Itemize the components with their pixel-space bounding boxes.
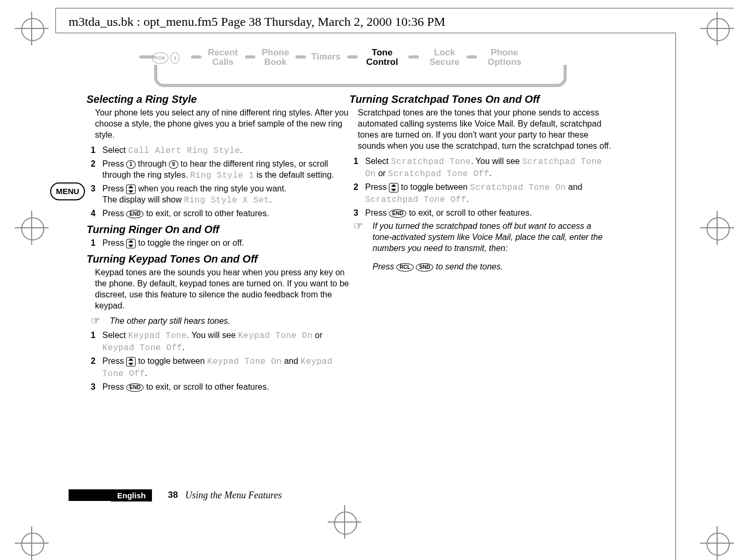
text: Press	[102, 356, 126, 365]
crop-mark-icon	[15, 12, 49, 45]
para-keypad: Keypad tones are the sounds you hear whe…	[95, 267, 349, 311]
note-text: The other party still hears tones.	[110, 315, 349, 326]
text: to toggle between	[398, 182, 470, 191]
note-keypad: ☞ The other party still hears tones.	[91, 315, 349, 326]
end-key-icon: END	[389, 209, 406, 218]
text: Press	[365, 182, 389, 191]
text: through	[136, 159, 169, 168]
frame-line	[55, 33, 675, 33]
footer-black-bar	[69, 489, 111, 501]
step-rs-1: 1 Select Call Alert Ring Style.	[91, 144, 349, 157]
nav-tone-control: ToneControl	[366, 48, 398, 67]
text: . You will see	[187, 331, 238, 340]
crop-mark-icon	[15, 211, 49, 245]
step-rs-2: 2 Press 1 through 9 to hear the differen…	[91, 158, 349, 181]
page-footer: English 38 Using the Menu Features	[69, 488, 282, 502]
heading-ringer: Turning Ringer On and Off	[87, 224, 349, 235]
step-kp-1: 1 Select Keypad Tone. You will see Keypa…	[91, 330, 349, 354]
note-hand-icon: ☞	[354, 220, 373, 254]
key-9-icon: 9	[169, 160, 178, 169]
scroll-key-icon	[126, 239, 136, 248]
para-ring-style: Your phone lets you select any of nine d…	[95, 107, 349, 140]
crop-mark-icon	[328, 505, 361, 539]
end-key-icon: END	[126, 210, 144, 218]
lcd-text: Scratchpad Tone	[391, 157, 471, 167]
heading-scratchpad: Turning Scratchpad Tones On and Off	[349, 94, 612, 105]
menu-badge: MENU	[50, 182, 85, 200]
crop-mark-icon	[700, 12, 734, 45]
step-kp-3: 3 Press END to exit, or scroll to other …	[91, 381, 349, 392]
text: Press	[373, 262, 396, 271]
step-sp-3: 3 Press END to exit, or scroll to other …	[354, 207, 612, 218]
frame-line	[675, 33, 676, 560]
text: to exit, or scroll to other features.	[144, 209, 269, 218]
text: Select	[102, 146, 128, 155]
text: .	[269, 195, 271, 204]
lcd-text: Keypad Tone Off	[102, 343, 183, 353]
text: .	[466, 195, 469, 204]
text: and	[282, 356, 301, 365]
crop-mark-icon	[15, 526, 49, 560]
crop-mark-icon	[700, 211, 734, 245]
text: is the default setting.	[254, 170, 334, 179]
running-header: m3tda_us.bk : opt_menu.fm5 Page 38 Thurs…	[69, 15, 445, 29]
nav-loop-icon	[154, 71, 567, 87]
text: Press	[102, 209, 126, 218]
text: . You will see	[471, 157, 522, 166]
text: to toggle the ringer on or off.	[136, 238, 244, 247]
note-hand-icon: ☞	[91, 315, 110, 326]
nav-fcn-key: FCN 1	[152, 52, 179, 64]
key-1-icon: 1	[170, 52, 179, 64]
text: Press	[102, 159, 126, 168]
note-text: If you turned the scratchpad tones off b…	[373, 220, 612, 254]
note-scratchpad-2: Press RCL SND to send the tones.	[354, 261, 612, 272]
text: .	[145, 369, 147, 378]
scroll-key-icon	[389, 183, 398, 192]
text: Press	[365, 208, 389, 217]
nav-recent-calls: RecentCalls	[208, 48, 238, 67]
footer-chapter: Using the Menu Features	[185, 490, 282, 501]
text: .	[489, 169, 491, 178]
footer-page-number: 38	[168, 490, 178, 500]
text: Press	[102, 184, 126, 193]
rcl-key-icon: RCL	[396, 263, 414, 272]
text: Select	[102, 331, 128, 340]
scroll-key-icon	[126, 185, 136, 194]
frame-line	[55, 8, 56, 33]
text: when you reach the ring style you want.	[136, 184, 287, 193]
text: .	[183, 343, 185, 352]
key-1-icon: 1	[126, 160, 136, 169]
crop-mark-icon	[700, 526, 734, 560]
text: or	[312, 331, 322, 340]
text: to exit, or scroll to other features.	[406, 208, 531, 217]
fcn-key-icon: FCN	[152, 52, 168, 64]
scroll-key-icon	[126, 357, 136, 366]
menu-nav-strip: FCN 1 RecentCalls PhoneBook Timers ToneC…	[139, 45, 577, 84]
right-column: Turning Scratchpad Tones On and Off Scra…	[354, 92, 612, 275]
step-rg-1: 1 Press to toggle the ringer on or off.	[91, 237, 349, 248]
frame-line	[55, 8, 734, 8]
snd-key-icon: SND	[416, 263, 433, 272]
lcd-text: Ring Style X Set	[184, 196, 270, 205]
heading-keypad: Turning Keypad Tones On and Off	[87, 254, 349, 265]
nav-lock-secure: LockSecure	[430, 48, 460, 67]
text: or	[376, 169, 388, 178]
left-column: Selecting a Ring Style Your phone lets y…	[91, 92, 349, 394]
text: .	[240, 146, 242, 155]
text: to send the tones.	[436, 262, 503, 271]
lcd-text: Scratchpad Tone Off	[365, 195, 466, 205]
lcd-text: Scratchpad Tone On	[470, 183, 566, 192]
nav-timers: Timers	[311, 52, 340, 62]
lcd-text: Keypad Tone On	[207, 357, 282, 366]
note-text: Press RCL SND to send the tones.	[373, 261, 612, 272]
step-rs-4: 4 Press END to exit, or scroll to other …	[91, 208, 349, 219]
para-scratchpad: Scratchpad tones are the tones that your…	[358, 107, 612, 151]
lcd-text: Call Alert Ring Style	[128, 146, 240, 156]
lcd-text: Keypad Tone On	[238, 331, 312, 341]
nav-phone-options: PhoneOptions	[488, 48, 521, 67]
footer-language: English	[111, 489, 152, 501]
text: Select	[365, 157, 391, 166]
lcd-text: Scratchpad Tone Off	[388, 169, 489, 179]
step-sp-1: 1 Select Scratchpad Tone. You will see S…	[354, 156, 612, 180]
text: and	[566, 182, 582, 191]
